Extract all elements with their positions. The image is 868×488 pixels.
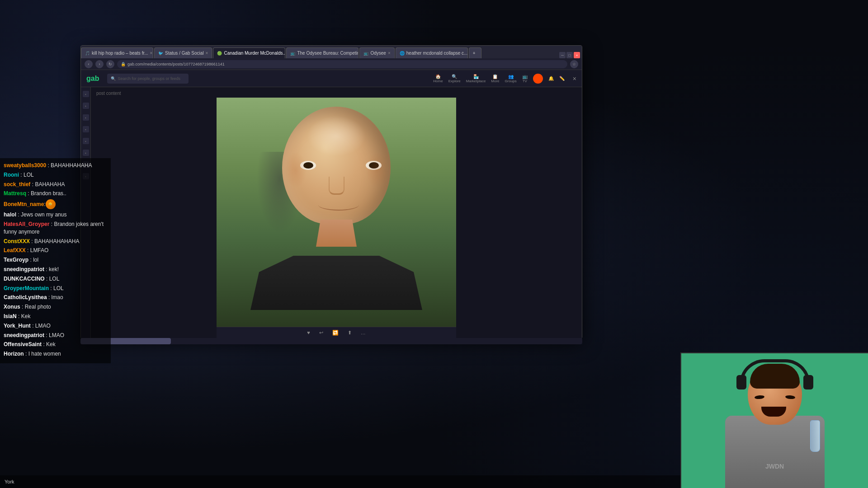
cheek-left bbox=[284, 152, 307, 188]
chat-msg-17: LMAO bbox=[49, 332, 64, 338]
sidebar-icon-6[interactable]: • bbox=[83, 150, 89, 156]
chat-username-3[interactable]: Mattresq bbox=[4, 190, 26, 197]
chat-username-12[interactable]: GroyperMountain bbox=[4, 285, 49, 291]
chat-username-4[interactable]: BoneMtn_name bbox=[4, 201, 44, 208]
chat-username-17[interactable]: sneedingpatriot bbox=[4, 332, 44, 338]
sidebar-icon-5[interactable]: • bbox=[83, 138, 89, 144]
gab-nav-groups[interactable]: 👥Groups bbox=[505, 74, 517, 83]
window-minimize-btn[interactable]: ─ bbox=[559, 52, 566, 58]
chat-username-19[interactable]: Horizon bbox=[4, 351, 24, 357]
chat-msg-3: Brandon bras.. bbox=[31, 190, 66, 197]
scrollbar[interactable] bbox=[80, 338, 582, 344]
tab-0-close[interactable]: × bbox=[150, 51, 153, 56]
gab-nav-bell[interactable]: 🔔 bbox=[548, 76, 554, 81]
tab-5[interactable]: 🌐 heather mcdonald collapse c... × bbox=[396, 47, 468, 58]
gab-nav-icons: 🏠Home 🔍Explore 🏪Marketplace 📋More 👥Group… bbox=[433, 74, 565, 84]
gab-nav-marketplace[interactable]: 🏪Marketplace bbox=[466, 74, 486, 83]
bookmark-btn[interactable]: ☆ bbox=[570, 60, 578, 68]
gab-nav-avatar[interactable] bbox=[533, 74, 543, 84]
chat-username-0[interactable]: sweatyballs3000 bbox=[4, 162, 46, 169]
post-header-text: post content bbox=[96, 91, 121, 96]
chat-panel: sweatyballs3000 : BAHAHHAHAHA Rooni : LO… bbox=[0, 158, 111, 363]
chat-username-13[interactable]: CatholicLysithea bbox=[4, 294, 47, 300]
chat-username-6[interactable]: HatesAll_Groyper bbox=[4, 221, 49, 227]
chat-message-10: sneedingpatriot : kek! bbox=[4, 266, 107, 273]
chat-message-11: DUNKCACCINO : LOL bbox=[4, 275, 107, 283]
chat-username-18[interactable]: OffensiveSaint bbox=[4, 341, 42, 347]
new-tab-btn[interactable]: + bbox=[469, 47, 481, 58]
chat-text-16: : bbox=[32, 323, 35, 329]
chat-username-11[interactable]: DUNKCACCINO bbox=[4, 276, 45, 282]
tab-4[interactable]: 📺 Odysee × bbox=[359, 47, 394, 58]
neck bbox=[314, 220, 359, 247]
tab-4-label: Odysee bbox=[370, 51, 386, 56]
chat-username-10[interactable]: sneedingpatriot bbox=[4, 266, 44, 272]
streamer-eyes bbox=[755, 395, 795, 399]
chat-username-2[interactable]: sock_thief bbox=[4, 181, 30, 188]
gab-nav-home[interactable]: 🏠Home bbox=[433, 74, 443, 83]
gab-nav-compose[interactable]: ✏️ bbox=[559, 76, 565, 81]
gab-nav-explore[interactable]: 🔍Explore bbox=[448, 74, 461, 83]
chat-msg-7: BAHAHAHAHAHA bbox=[34, 238, 79, 244]
chat-message-19: Horizon : I hate women bbox=[4, 350, 107, 358]
browser-tabbar: 🎵 kill hip hop radio – beats fr... × 🐦 S… bbox=[81, 46, 582, 58]
refresh-btn[interactable]: ↻ bbox=[106, 60, 114, 68]
address-bar[interactable]: 🔒 gab.com/media/contents/posts/107724687… bbox=[117, 60, 567, 68]
chat-message-0: sweatyballs3000 : BAHAHHAHAHA bbox=[4, 162, 107, 169]
gab-search[interactable]: 🔍 Search for people, groups or feeds bbox=[107, 74, 189, 84]
post-header: post content bbox=[91, 89, 582, 98]
sidebar-icon-3[interactable]: • bbox=[83, 114, 89, 121]
like-icon[interactable]: ♥ bbox=[307, 330, 310, 336]
streamer-headphones-band bbox=[740, 359, 810, 384]
chat-message-14: Xonus : Real photo bbox=[4, 303, 107, 311]
window-controls: ─ □ × bbox=[559, 52, 582, 58]
tab-4-close[interactable]: × bbox=[388, 51, 391, 56]
chat-username-15[interactable]: IsiaN bbox=[4, 313, 17, 319]
tab-1-close[interactable]: × bbox=[206, 51, 208, 56]
chat-text-1: : bbox=[20, 172, 24, 178]
chat-username-16[interactable]: York_Hunt bbox=[4, 323, 31, 329]
tab-2[interactable]: 🟢 Canadian Murder McDonalds... × bbox=[213, 47, 285, 58]
more-icon[interactable]: … bbox=[361, 330, 366, 336]
chat-message-15: IsiaN : Kek bbox=[4, 313, 107, 320]
window-close-btn[interactable]: × bbox=[574, 52, 580, 58]
head-shine bbox=[307, 116, 366, 156]
chat-message-16: York_Hunt : LMAO bbox=[4, 322, 107, 330]
reply-icon[interactable]: ↩ bbox=[319, 330, 323, 336]
sidebar-icon-1[interactable]: • bbox=[83, 91, 89, 97]
chat-username-8[interactable]: LeafXXX bbox=[4, 247, 26, 253]
sidebar-icon-4[interactable]: • bbox=[83, 126, 89, 132]
chat-username-1[interactable]: Rooni bbox=[4, 172, 19, 178]
sidebar-icon-2[interactable]: • bbox=[83, 103, 89, 109]
post-footer: ♥ ↩ 🔁 ⬆ … bbox=[217, 327, 456, 338]
chat-username-14[interactable]: Xonus bbox=[4, 304, 20, 310]
mouth bbox=[318, 199, 359, 211]
tab-1-favicon: 🐦 bbox=[158, 51, 163, 56]
back-btn[interactable]: ‹ bbox=[85, 60, 93, 68]
chat-msg-13: lmao bbox=[52, 294, 63, 300]
tab-5-favicon: 🌐 bbox=[400, 51, 405, 56]
featured-image bbox=[217, 98, 456, 327]
repost-icon[interactable]: 🔁 bbox=[332, 330, 339, 336]
tab-0[interactable]: 🎵 kill hip hop radio – beats fr... × bbox=[81, 47, 153, 58]
avatar-img-4: 😄 bbox=[46, 199, 56, 209]
gab-nav-more[interactable]: 📋More bbox=[491, 74, 499, 83]
head-shape bbox=[282, 107, 391, 224]
chat-username-9[interactable]: TexGroyp bbox=[4, 257, 28, 263]
window-maximize-btn[interactable]: □ bbox=[566, 52, 573, 58]
gab-panel-close[interactable]: × bbox=[573, 75, 576, 82]
lock-icon: 🔒 bbox=[121, 62, 126, 66]
share-icon[interactable]: ⬆ bbox=[348, 330, 352, 336]
headphone-cup-left bbox=[736, 375, 746, 389]
forward-btn[interactable]: › bbox=[95, 60, 104, 68]
chat-message-5: halol : Jews own my anus bbox=[4, 211, 107, 219]
chat-text-8: : bbox=[27, 247, 30, 253]
chat-username-7[interactable]: ConstXXX bbox=[4, 238, 30, 244]
tab-0-label: kill hip hop radio – beats fr... bbox=[92, 51, 148, 56]
tab-3[interactable]: 📺 The Odysee Bureau: Competing... × bbox=[286, 47, 359, 58]
chat-username-5[interactable]: halol bbox=[4, 211, 16, 218]
gab-nav-tv[interactable]: 📺TV bbox=[522, 74, 528, 83]
tab-1[interactable]: 🐦 Status / Gab Social × bbox=[154, 47, 212, 58]
gab-logo[interactable]: gab bbox=[86, 75, 99, 83]
chat-message-6: HatesAll_Groyper : Brandon jokes aren't … bbox=[4, 221, 107, 236]
